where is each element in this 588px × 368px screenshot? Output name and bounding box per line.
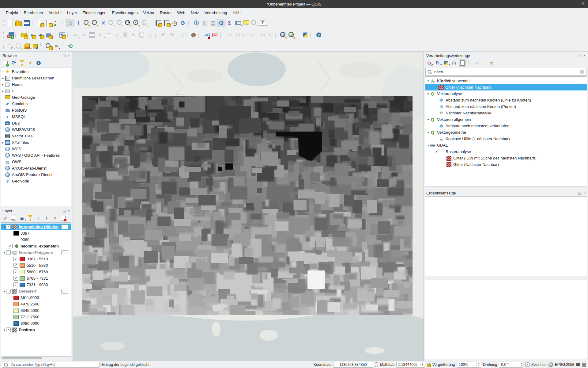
new-shapefile-button[interactable]	[28, 31, 36, 39]
current-edits-button[interactable]: ▾	[71, 31, 80, 39]
processing-tree-item[interactable]: ▾ GDAL	[425, 142, 587, 148]
layer-visibility-checkbox[interactable]	[6, 289, 11, 293]
copy-features-button[interactable]	[138, 31, 146, 39]
filter-browser-button[interactable]	[18, 59, 25, 67]
change-label-button[interactable]	[266, 31, 274, 39]
browser-tree-item[interactable]: SpatiaLite	[1, 101, 71, 107]
edit-features-in-place-button[interactable]	[473, 59, 481, 67]
spin-up-icon[interactable]: ▲	[519, 362, 523, 365]
layer-tree-row[interactable]: ▾ Positron	[1, 327, 71, 333]
locator-search-box[interactable]	[2, 362, 100, 368]
layer-tree-row[interactable]: 6345,5000	[1, 307, 71, 314]
browser-tree-item[interactable]: GeoPackage	[1, 94, 71, 101]
open-layer-styling-button[interactable]	[2, 215, 9, 222]
zoom-to-selection-button[interactable]	[107, 19, 116, 27]
layer-visibility-checkbox[interactable]	[13, 282, 18, 287]
processing-tree-item[interactable]: ▾ Vektoranalyse	[425, 90, 587, 97]
new-temporary-scratch-layer-button[interactable]	[58, 31, 66, 39]
horizontal-scrollbar[interactable]	[1, 356, 71, 360]
browser-tree-item[interactable]: WMS/WMTS	[1, 126, 71, 133]
task-tray-icon[interactable]	[582, 363, 586, 367]
menu-item[interactable]: Ansicht	[46, 9, 64, 16]
pan-to-selection-button[interactable]	[74, 19, 83, 27]
zoom-last-button[interactable]: ◂	[132, 19, 141, 27]
layer-visibility-checkbox[interactable]	[13, 263, 18, 268]
zoom-to-layer-button[interactable]	[116, 19, 124, 27]
processing-tree-item[interactable]: ▾ Vektorgeometrie	[425, 129, 587, 136]
layout-manager-button[interactable]	[44, 19, 53, 27]
layer-diagram-button[interactable]	[211, 31, 219, 39]
quick-style-edit-button[interactable]	[53, 42, 61, 50]
expander-icon[interactable]: ▾	[426, 118, 430, 121]
open-attribute-table-button[interactable]	[201, 19, 209, 27]
open-project-button[interactable]	[14, 19, 23, 27]
magnifier-spinbox[interactable]: 100% ▲▼	[457, 362, 481, 368]
processing-tree-item[interactable]: ▾ Kürzlich verwendet	[425, 78, 587, 84]
browser-tree-item[interactable]: PostGIS	[1, 107, 71, 113]
close-panel-icon[interactable]: ×	[68, 54, 70, 57]
share-refresh-button[interactable]	[66, 42, 74, 50]
browser-tree-item[interactable]: GeoNode	[1, 178, 71, 184]
spin-down-icon[interactable]: ▼	[519, 365, 523, 367]
menu-item[interactable]: Verarbeitung	[202, 9, 230, 16]
undo-button[interactable]	[159, 31, 168, 39]
browser-tree-item[interactable]: ▸ Home	[1, 81, 71, 88]
expander-icon[interactable]: ▾	[2, 251, 6, 254]
style-manager-button[interactable]	[53, 19, 61, 27]
layer-visibility-checkbox[interactable]	[6, 328, 11, 332]
collapse-all-button[interactable]	[51, 215, 58, 222]
expander-icon[interactable]: ▾	[2, 328, 6, 332]
add-group-button[interactable]	[10, 215, 17, 222]
processing-tree-item[interactable]: Gitter (IDW mit Suche des nächsten Nachb…	[425, 155, 587, 161]
zoom-native-resolution-button[interactable]: 1:1	[124, 19, 132, 27]
cut-features-button[interactable]	[129, 31, 138, 39]
query-button[interactable]: ▾	[250, 19, 258, 27]
crs-globe-icon[interactable]	[548, 362, 553, 367]
browser-tree-item[interactable]: ArcGIS-Map-Dienst	[1, 165, 71, 171]
map-canvas[interactable]	[73, 52, 424, 361]
redo-button[interactable]	[168, 31, 176, 39]
expand-all-button[interactable]	[43, 215, 50, 222]
browser-tree-item[interactable]: ▸ /	[1, 88, 71, 94]
zoom-in-button[interactable]: +	[83, 19, 91, 27]
layer-tree-row[interactable]: 5880 - 6768	[1, 269, 71, 275]
save-layer-edits-button[interactable]	[88, 31, 96, 39]
models-button[interactable]: ▾	[426, 59, 433, 67]
mouse-position-icon[interactable]	[375, 362, 378, 367]
expander-icon[interactable]: ▾	[435, 150, 439, 153]
locator-search-input[interactable]	[10, 362, 97, 367]
scratch-layer-indicator-icon[interactable]	[61, 289, 68, 294]
results-viewer-button[interactable]	[459, 59, 466, 67]
search-layers-button[interactable]	[288, 31, 296, 39]
map-tips-button[interactable]	[242, 19, 250, 27]
processing-toolbox-button[interactable]	[217, 19, 225, 27]
add-record-button[interactable]	[104, 31, 113, 39]
highlight-pinned-labels-button[interactable]	[224, 31, 233, 39]
remove-layer-button[interactable]	[60, 215, 67, 222]
menu-item[interactable]: Erweiterungen	[109, 9, 141, 16]
layer-tree-row[interactable]: 9080	[1, 236, 71, 243]
messages-icon[interactable]	[576, 363, 580, 366]
new-spatialite-layer-button[interactable]	[36, 31, 44, 39]
menu-item[interactable]: Raster	[157, 9, 174, 16]
spin-down-icon[interactable]: ▼	[477, 365, 481, 367]
r-scripts-button[interactable]: ▾	[434, 59, 441, 67]
close-panel-icon[interactable]: ×	[68, 209, 70, 213]
browser-tree-item[interactable]: ArcGIS-Feature-Dienst	[1, 171, 71, 178]
close-panel-icon[interactable]: ×	[584, 54, 586, 57]
scratch-layer-indicator-icon[interactable]	[61, 250, 68, 255]
layer-tree-row[interactable]: 3611,0000	[1, 294, 71, 301]
save-project-button[interactable]	[23, 19, 31, 27]
layer-visibility-checkbox[interactable]	[6, 224, 11, 229]
move-label-button[interactable]	[249, 31, 258, 39]
browser-tree-item[interactable]: WCS	[1, 146, 71, 152]
python-scripts-button[interactable]: ▾	[442, 59, 449, 67]
float-panel-icon[interactable]: ◱	[62, 54, 66, 58]
layer-visibility-checkbox[interactable]	[13, 257, 18, 261]
help-contents-button[interactable]	[315, 31, 323, 39]
layer-tree-row[interactable]: 3387 - 5510	[1, 256, 71, 262]
show-sum-button[interactable]	[225, 19, 234, 27]
delete-selected-button[interactable]	[121, 31, 129, 39]
paste-features-button[interactable]	[146, 31, 154, 39]
python-console-button[interactable]	[301, 31, 309, 39]
